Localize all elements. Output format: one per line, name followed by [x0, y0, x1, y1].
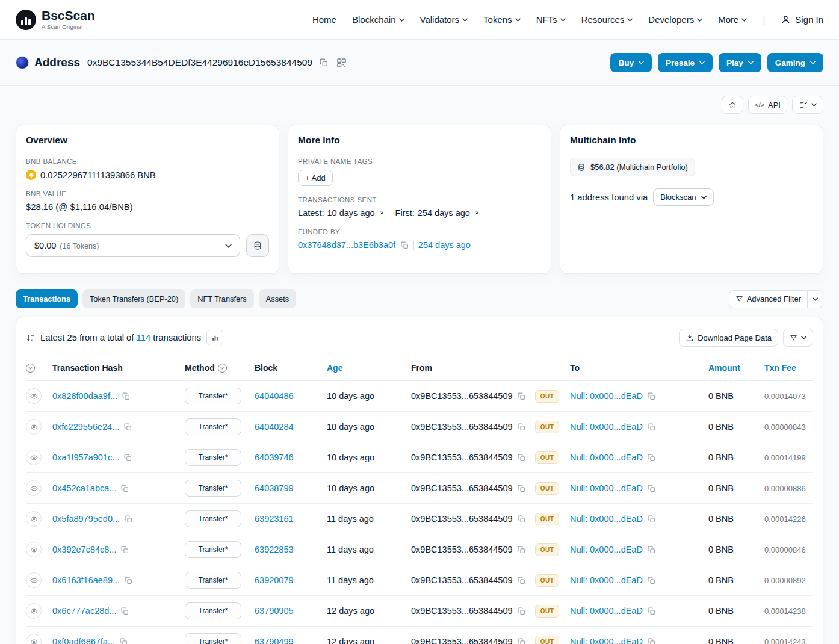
bscscan-logo[interactable]: BscScan A Scan Original	[16, 9, 95, 30]
tx-hash-link[interactable]: 0xa1f957a901c...	[52, 453, 119, 462]
funded-by-address-link[interactable]: 0x37648d37...b3E6b3a0f	[298, 240, 395, 250]
block-link[interactable]: 63790499	[255, 637, 294, 644]
to-address-link[interactable]: Null: 0x000...dEaD	[570, 453, 643, 462]
copy-to-address-button[interactable]	[646, 454, 655, 462]
copy-to-address-button[interactable]	[646, 577, 655, 584]
to-address-link[interactable]: Null: 0x000...dEaD	[570, 422, 643, 432]
copy-tx-hash-button[interactable]	[122, 454, 132, 462]
method-badge[interactable]: Transfer*	[185, 418, 241, 435]
copy-from-address-button[interactable]	[516, 607, 525, 615]
copy-from-address-button[interactable]	[516, 423, 525, 431]
tx-preview-eye-button[interactable]	[26, 480, 42, 496]
tx-hash-link[interactable]: 0x6c777ac28d...	[52, 606, 116, 616]
tx-hash-link[interactable]: 0x6163f16ae89...	[52, 575, 120, 585]
copy-tx-hash-button[interactable]	[123, 515, 132, 523]
from-address[interactable]: 0x9BC13553...653844509	[411, 422, 513, 432]
advanced-filter-caret-button[interactable]	[808, 290, 823, 308]
copy-from-address-button[interactable]	[516, 485, 525, 492]
copy-from-address-button[interactable]	[516, 546, 525, 554]
method-badge[interactable]: Transfer*	[185, 633, 241, 644]
block-link[interactable]: 63790905	[255, 606, 294, 616]
advanced-filter-button[interactable]: Advanced Filter	[729, 290, 808, 308]
favorite-button[interactable]	[722, 96, 743, 114]
tab-transactions[interactable]: Transactions	[16, 289, 78, 308]
copy-to-address-button[interactable]	[646, 546, 655, 554]
api-button[interactable]: </> API	[748, 96, 787, 114]
multichain-portfolio-button[interactable]: $56.82 (Multichain Portfolio)	[570, 158, 695, 176]
tx-chart-button[interactable]	[206, 330, 223, 345]
tx-preview-eye-button[interactable]	[26, 572, 42, 588]
view-options-button[interactable]	[792, 96, 823, 114]
token-holdings-select[interactable]: $0.00 (16 Tokens)	[26, 234, 240, 257]
copy-to-address-button[interactable]	[646, 392, 655, 400]
block-link[interactable]: 64038799	[255, 483, 294, 493]
from-address[interactable]: 0x9BC13553...653844509	[411, 514, 513, 524]
tx-preview-eye-button[interactable]	[26, 634, 42, 644]
gaming-button[interactable]: Gaming	[767, 53, 823, 72]
play-button[interactable]: Play	[719, 53, 761, 72]
qr-code-button[interactable]	[335, 57, 348, 69]
copy-tx-hash-button[interactable]	[122, 423, 132, 431]
tab-nft-transfers[interactable]: NFT Transfers	[190, 289, 254, 308]
copy-to-address-button[interactable]	[646, 485, 655, 492]
tx-hash-link[interactable]: 0xf0adf6867fa...	[52, 637, 115, 644]
tab-token-transfers-bep20[interactable]: Token Transfers (BEP-20)	[82, 289, 185, 308]
block-link[interactable]: 63922853	[255, 545, 294, 554]
funding-tx-link[interactable]: 254 days ago	[418, 240, 471, 250]
to-address-link[interactable]: Null: 0x000...dEaD	[570, 514, 643, 524]
sign-in-button[interactable]: Sign In	[781, 14, 823, 25]
method-badge[interactable]: Transfer*	[185, 480, 241, 497]
nav-item-tokens[interactable]: Tokens	[483, 14, 521, 25]
token-portfolio-button[interactable]	[246, 234, 269, 257]
block-link[interactable]: 64040284	[255, 422, 294, 432]
copy-tx-hash-button[interactable]	[120, 392, 130, 400]
copy-to-address-button[interactable]	[646, 607, 655, 615]
nav-item-resources[interactable]: Resources	[581, 14, 633, 25]
from-address[interactable]: 0x9BC13553...653844509	[411, 391, 513, 401]
first-tx-link[interactable]: 254 days ago	[418, 208, 470, 218]
copy-to-address-button[interactable]	[646, 423, 655, 431]
tx-hash-link[interactable]: 0x452ca1abca...	[52, 483, 116, 493]
buy-button[interactable]: Buy	[610, 53, 652, 72]
copy-from-address-button[interactable]	[516, 392, 525, 400]
add-name-tag-button[interactable]: + Add	[298, 170, 333, 186]
block-link[interactable]: 63920079	[255, 575, 294, 585]
copy-tx-hash-button[interactable]	[123, 577, 132, 584]
latest-tx-link[interactable]: 10 days ago	[327, 208, 375, 218]
column-amount-toggle[interactable]: Amount	[708, 363, 764, 373]
from-address[interactable]: 0x9BC13553...653844509	[411, 606, 513, 616]
method-badge[interactable]: Transfer*	[185, 388, 241, 404]
tx-hash-link[interactable]: 0x828f00daa9f...	[52, 391, 117, 401]
tx-preview-eye-button[interactable]	[26, 419, 42, 435]
copy-tx-hash-button[interactable]	[118, 638, 128, 644]
nav-item-nfts[interactable]: NFTs	[536, 14, 566, 25]
presale-button[interactable]: Presale	[658, 53, 713, 72]
table-filter-button[interactable]	[783, 329, 813, 347]
transaction-count-link[interactable]: 114	[137, 333, 151, 342]
tx-preview-eye-button[interactable]	[26, 388, 42, 404]
to-address-link[interactable]: Null: 0x000...dEaD	[570, 545, 643, 554]
help-icon[interactable]: ?	[218, 364, 227, 373]
copy-from-address-button[interactable]	[516, 515, 525, 523]
method-badge[interactable]: Transfer*	[185, 449, 241, 466]
column-txn-fee-toggle[interactable]: Txn Fee	[764, 363, 813, 373]
copy-funder-address-button[interactable]	[399, 241, 409, 249]
tab-assets[interactable]: Assets	[259, 289, 296, 308]
tx-hash-link[interactable]: 0x392e7c84c8...	[52, 545, 116, 554]
copy-from-address-button[interactable]	[516, 638, 525, 644]
column-age-toggle[interactable]: Age	[327, 363, 411, 373]
copy-from-address-button[interactable]	[516, 577, 525, 584]
copy-from-address-button[interactable]	[516, 454, 525, 462]
to-address-link[interactable]: Null: 0x000...dEaD	[570, 391, 643, 401]
tx-preview-eye-button[interactable]	[26, 450, 42, 465]
method-badge[interactable]: Transfer*	[185, 541, 241, 558]
tx-hash-link[interactable]: 0x5fa89795ed0...	[52, 514, 120, 524]
method-badge[interactable]: Transfer*	[185, 510, 241, 527]
tx-hash-link[interactable]: 0xfc229556e24...	[52, 422, 119, 432]
download-page-data-button[interactable]: Download Page Data	[679, 329, 778, 347]
block-link[interactable]: 64039746	[255, 453, 294, 462]
from-address[interactable]: 0x9BC13553...653844509	[411, 545, 513, 554]
copy-to-address-button[interactable]	[646, 638, 655, 644]
tx-preview-eye-button[interactable]	[26, 511, 42, 527]
nav-item-more[interactable]: More	[718, 14, 747, 25]
